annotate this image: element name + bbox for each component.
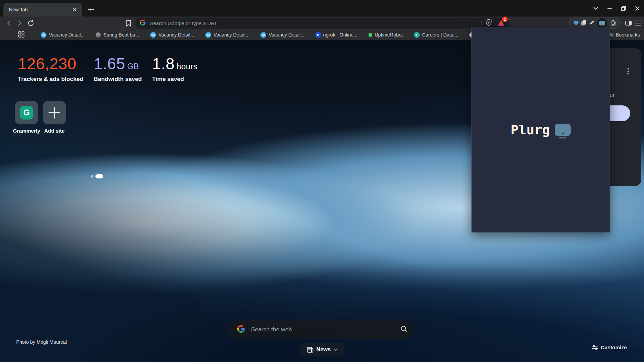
vacancy-favicon-icon <box>150 32 156 38</box>
apps-grid-icon[interactable] <box>18 31 25 39</box>
address-bar[interactable]: 1 <box>135 18 509 29</box>
tab-title: New Tab <box>9 7 71 12</box>
stat-bandwidth-saved: 1.65GB Bandwidth saved <box>94 54 142 83</box>
url-input[interactable] <box>150 20 477 26</box>
kebab-menu-icon[interactable] <box>627 68 629 70</box>
window-controls <box>592 0 641 17</box>
plus-icon <box>49 107 60 118</box>
bookmark-label: UptimeRobot <box>375 32 403 38</box>
news-label: News <box>316 347 331 353</box>
bookmark-item[interactable]: Vacancy Detail... <box>202 31 252 39</box>
divider <box>481 20 481 26</box>
top-sites: Grammerly Add site <box>15 101 66 134</box>
bookmark-label: Careers | Datai... <box>422 32 459 38</box>
stat-label: Bandwidth saved <box>94 76 142 83</box>
bookmark-label: Vacancy Detail... <box>214 32 249 38</box>
bookmark-item[interactable]: ngrok - Online... <box>312 31 361 39</box>
brave-shield-icon[interactable] <box>486 19 492 27</box>
spring-boot-favicon-icon <box>96 32 101 38</box>
shortcut-label: Add site <box>44 128 64 134</box>
forward-icon[interactable] <box>14 18 25 28</box>
stat-value: 1.65 <box>94 55 125 73</box>
uptimerobot-favicon-icon <box>368 33 372 37</box>
pen-extension-icon[interactable] <box>589 20 595 27</box>
bookmark-label: Vacancy Detail... <box>158 32 194 38</box>
google-icon <box>140 20 146 27</box>
bookmark-item[interactable]: UptimeRobot <box>365 31 406 39</box>
new-tab-button[interactable] <box>87 6 95 14</box>
plurg-wordmark: Plurg <box>511 122 550 137</box>
google-icon <box>237 325 245 334</box>
tab-search-chevron-icon[interactable] <box>592 4 600 12</box>
restore-icon[interactable] <box>619 4 627 12</box>
all-bookmarks-button[interactable]: All Bookmarks <box>609 30 640 40</box>
bookmark-item[interactable]: Vacancy Detail... <box>147 31 197 39</box>
plurg-logo: Plurg <box>511 122 571 137</box>
vacancy-favicon-icon <box>41 32 46 38</box>
bookmark-label: ngrok - Online... <box>323 32 357 38</box>
shortcut-label: Grammerly <box>13 128 40 134</box>
stat-time-saved: 1.8hours Time saved <box>152 54 198 83</box>
menu-icon[interactable] <box>633 18 643 28</box>
brave-rewards-icon[interactable]: 1 <box>497 19 506 27</box>
tab-close-icon[interactable] <box>71 6 79 13</box>
plurg-extension-icon[interactable] <box>598 18 607 28</box>
customize-button[interactable]: Customize <box>592 344 627 350</box>
bookmark-icon[interactable] <box>123 18 134 28</box>
bookmark-item[interactable]: Vacancy Detail... <box>38 31 88 39</box>
tab-bar: New Tab <box>0 0 644 17</box>
divider <box>31 32 31 38</box>
customize-label: Customize <box>601 344 627 350</box>
tv-icon <box>599 21 605 25</box>
stat-unit: hours <box>177 62 197 71</box>
photo-credit: Photo by Mogli Maureal <box>16 339 67 345</box>
bookmark-label: Spring Boot ba... <box>103 32 139 38</box>
stat-unit: GB <box>127 62 139 71</box>
tv-icon <box>555 124 571 136</box>
carousel-dot-active[interactable] <box>95 174 103 178</box>
vacancy-favicon-icon <box>260 32 266 38</box>
newspaper-icon <box>307 347 313 353</box>
add-site-button[interactable]: Add site <box>43 101 66 134</box>
vacancy-favicon-icon <box>205 32 211 38</box>
bookmark-item[interactable]: Spring Boot ba... <box>93 31 142 39</box>
chevron-down-icon <box>334 348 338 351</box>
shields-stats: 126,230 Trackers & ads blocked 1.65GB Ba… <box>18 54 197 83</box>
extensions-puzzle-icon[interactable] <box>610 19 616 27</box>
plurg-extension-popup: Plurg <box>471 27 610 232</box>
search-icon[interactable] <box>401 325 407 334</box>
search-input[interactable] <box>251 326 401 333</box>
sidebar-icon[interactable] <box>623 18 634 28</box>
minimize-icon[interactable] <box>605 4 614 12</box>
wallpaper-carousel-indicator <box>91 174 103 178</box>
bookmark-item[interactable]: Vacancy Detail... <box>257 31 308 39</box>
stat-label: Trackers & ads blocked <box>18 76 83 83</box>
grammarly-icon <box>20 106 33 120</box>
rewards-badge: 1 <box>502 17 508 22</box>
stat-value: 126,230 <box>18 55 76 73</box>
copy-extension-icon[interactable] <box>581 20 586 26</box>
bookmark-label: Vacancy Detail... <box>269 32 304 38</box>
browser-window: New Tab <box>0 0 644 362</box>
close-window-icon[interactable] <box>633 4 641 12</box>
news-button[interactable]: News <box>300 343 344 356</box>
carousel-dot[interactable] <box>91 175 93 178</box>
stat-trackers-blocked: 126,230 Trackers & ads blocked <box>18 54 83 83</box>
bookmark-label: Vacancy Detail... <box>49 32 85 38</box>
gem-extension-icon[interactable] <box>573 21 579 26</box>
bookmark-item[interactable]: Careers | Datai... <box>411 31 462 39</box>
search-widget[interactable] <box>228 320 414 339</box>
ngrok-favicon-icon <box>315 32 321 38</box>
back-icon[interactable] <box>3 18 14 28</box>
stat-label: Time saved <box>152 76 198 83</box>
stat-value: 1.8 <box>152 55 175 73</box>
sliders-icon <box>592 345 598 350</box>
shortcut-grammerly[interactable]: Grammerly <box>15 101 38 134</box>
reload-icon[interactable] <box>25 18 36 28</box>
card-text-fragment: ur <box>610 92 614 99</box>
dataiku-favicon-icon <box>414 32 420 38</box>
tab-new-tab[interactable]: New Tab <box>3 3 82 17</box>
